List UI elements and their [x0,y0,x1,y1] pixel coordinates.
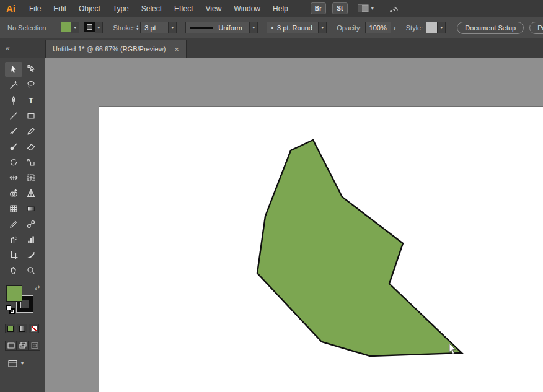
fill-swatch[interactable] [6,285,22,302]
brush-dropdown[interactable]: ▾ [319,22,327,33]
preferences-button[interactable]: Preferences [529,22,543,34]
color-button[interactable] [5,324,15,333]
free-transform-tool-icon [26,173,36,183]
opacity-field[interactable]: 100% [365,22,391,33]
shape-builder-tool[interactable] [5,186,22,201]
line-segment-tool-icon [9,111,19,121]
close-tab-icon[interactable]: × [174,45,179,53]
stroke-weight-field[interactable]: 3 pt [140,22,169,33]
stroke-weight-combo[interactable]: 3 pt ▾ [140,22,177,33]
drawing-mode-buttons [5,341,45,351]
blend-tool[interactable] [22,217,40,232]
paint-mode-buttons [5,324,45,333]
perspective-grid-tool[interactable] [22,186,40,201]
paintbrush-tool-icon [9,126,19,136]
brush-combo[interactable]: • 3 pt. Round ▾ [267,22,327,33]
line-segment-tool[interactable] [5,108,22,123]
tools-panel-header: « [0,38,45,58]
style-label: Style: [406,24,423,32]
blob-brush-tool[interactable] [5,139,22,154]
gradient-button[interactable] [17,324,27,333]
eraser-tool-icon [26,142,36,152]
selection-tool[interactable] [5,62,22,77]
menu-effect[interactable]: Effect [168,0,199,17]
shape-builder-tool-icon [9,188,19,198]
draw-normal-icon [6,341,16,350]
cs-live-button[interactable] [387,4,401,14]
menu-file[interactable]: File [23,0,47,17]
hand-tool[interactable] [5,263,22,278]
brush-field[interactable]: • 3 pt. Round [267,22,319,33]
document-tab-bar: « Untitled-1* @ 66.67% (RGB/Preview) × [0,38,543,58]
default-fill-icon [6,305,11,310]
style-combo[interactable]: ▾ [426,22,446,33]
direct-selection-tool-icon [26,64,36,74]
lasso-tool[interactable] [22,77,40,92]
drawn-polygon[interactable] [257,140,462,356]
paintbrush-tool[interactable] [5,124,22,139]
collapse-panel-icon[interactable]: « [6,44,10,53]
gradient-tool[interactable] [22,201,40,216]
draw-behind-button[interactable] [17,341,29,351]
screen-mode-button[interactable]: ▾ [7,359,45,368]
eyedropper-tool[interactable] [5,217,22,232]
menu-type[interactable]: Type [107,0,135,17]
bridge-button[interactable]: Br [311,2,326,14]
symbol-sprayer-tool[interactable] [5,232,22,247]
rectangle-tool[interactable] [22,108,40,123]
draw-normal-button[interactable] [5,341,17,351]
draw-inside-button[interactable] [29,341,40,351]
stroke-weight-stepper[interactable]: ▴ ▾ [136,25,138,31]
style-swatch[interactable] [426,22,438,33]
stroke-dropdown-button[interactable]: ▾ [95,22,103,33]
fill-dropdown-button[interactable]: ▾ [71,22,79,33]
swap-fill-stroke-icon[interactable]: ⇄ [35,284,40,291]
direct-selection-tool[interactable] [22,62,40,77]
perspective-grid-tool-icon [26,188,36,198]
stroke-profile-combo[interactable]: Uniform ▾ [185,22,258,33]
stroke-profile-dropdown[interactable]: ▾ [250,22,258,33]
type-tool-icon: T [29,96,33,105]
menu-help[interactable]: Help [267,0,294,17]
document-setup-button[interactable]: Document Setup [457,22,524,34]
menu-edit[interactable]: Edit [47,0,73,17]
none-button[interactable] [29,324,39,333]
width-tool[interactable] [5,170,22,185]
document-tab[interactable]: Untitled-1* @ 66.67% (RGB/Preview) × [45,40,187,58]
eraser-tool[interactable] [22,139,40,154]
fill-color-control[interactable]: ▾ [61,22,79,33]
stroke-color-swatch[interactable] [84,22,95,32]
opacity-panel-arrow-icon[interactable]: › [394,24,396,32]
type-tool[interactable]: T [22,93,40,108]
stroke-profile-field[interactable]: Uniform [185,22,250,33]
rotate-tool[interactable] [5,155,22,170]
slice-tool[interactable] [22,248,40,263]
chevron-down-icon: ▾ [371,6,374,11]
slice-tool-icon [26,250,36,260]
mesh-tool[interactable] [5,201,22,216]
menu-select[interactable]: Select [135,0,168,17]
pencil-tool[interactable] [22,124,40,139]
opacity-label: Opacity: [337,24,361,32]
fill-stroke-indicator: ⇄ [6,285,41,315]
workspace-switcher[interactable]: ▾ [358,4,374,12]
stock-button[interactable]: St [332,2,348,14]
magic-wand-tool[interactable] [5,77,22,92]
pasteboard[interactable] [45,58,543,392]
pen-tool[interactable] [5,93,22,108]
column-graph-tool[interactable] [22,232,40,247]
fill-color-swatch[interactable] [61,22,71,32]
style-dropdown[interactable]: ▾ [438,22,446,33]
scale-tool[interactable] [22,155,40,170]
selection-tool-icon [9,64,19,74]
zoom-tool[interactable] [22,263,40,278]
stepper-down-icon[interactable]: ▾ [136,28,138,31]
menu-object[interactable]: Object [73,0,107,17]
menu-window[interactable]: Window [227,0,267,17]
free-transform-tool[interactable] [22,170,40,185]
stroke-color-control[interactable]: ▾ [84,22,103,33]
menu-view[interactable]: View [200,0,228,17]
default-fill-stroke-button[interactable] [6,305,15,314]
stroke-weight-dropdown[interactable]: ▾ [169,22,177,33]
artboard-tool[interactable] [5,248,22,263]
